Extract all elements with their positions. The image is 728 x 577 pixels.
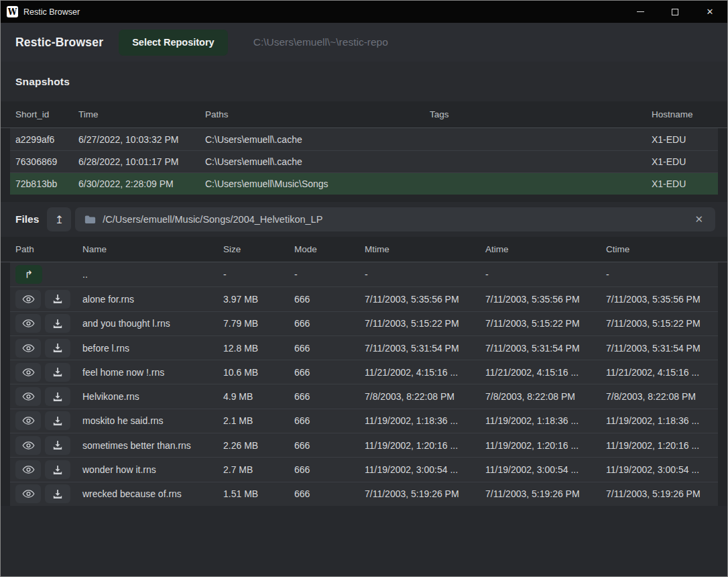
file-cell-ctime: 7/11/2003, 5:31:54 PM bbox=[601, 343, 718, 354]
column-header-path: Path bbox=[10, 244, 77, 254]
download-icon bbox=[52, 489, 63, 499]
minimize-button[interactable] bbox=[623, 1, 658, 23]
empty-area bbox=[1, 506, 727, 576]
view-file-button[interactable] bbox=[15, 314, 41, 333]
file-cell-size: 3.97 MB bbox=[218, 294, 289, 305]
file-row[interactable]: moskito he said.rns2.1 MB66611/19/2002, … bbox=[10, 409, 718, 433]
download-file-button[interactable] bbox=[45, 290, 70, 309]
parent-arrow-icon: ↱ bbox=[25, 268, 34, 280]
section-divider bbox=[1, 195, 727, 202]
file-cell-size: 2.26 MB bbox=[218, 440, 289, 451]
eye-icon bbox=[22, 416, 35, 425]
files-bar: Files ↥ /C/Users/emuell/Music/Songs/2004… bbox=[1, 202, 727, 237]
file-row[interactable]: alone for.rns3.97 MB6667/11/2003, 5:35:5… bbox=[10, 286, 718, 311]
files-header-row: PathNameSizeModeMtimeAtimeCtime bbox=[1, 237, 727, 262]
download-file-button[interactable] bbox=[45, 363, 70, 382]
file-cell-ctime: 7/11/2003, 5:35:56 PM bbox=[601, 294, 718, 305]
file-cell-mode: - bbox=[289, 269, 359, 280]
snapshots-header-row: Short_idTimePathsTagsHostname bbox=[1, 101, 727, 128]
snapshot-row[interactable]: 763068696/28/2022, 10:01:17 PMC:\Users\e… bbox=[10, 150, 718, 172]
download-icon bbox=[52, 465, 63, 475]
file-row-actions bbox=[10, 484, 77, 503]
file-row[interactable]: feel home now !.rns10.6 MB66611/21/2002,… bbox=[10, 360, 718, 384]
column-header-mode: Mode bbox=[289, 244, 359, 254]
file-row[interactable]: Helvikone.rns4.9 MB6667/8/2003, 8:22:08 … bbox=[10, 384, 718, 408]
snapshots-table: a2299af66/27/2022, 10:03:32 PMC:\Users\e… bbox=[1, 128, 727, 195]
file-cell-ctime: 11/19/2002, 1:18:36 ... bbox=[601, 415, 718, 426]
download-icon bbox=[52, 343, 63, 353]
select-repository-button[interactable]: Select Repository bbox=[119, 30, 228, 56]
download-file-button[interactable] bbox=[45, 387, 70, 406]
snapshots-section-title: Snapshots bbox=[15, 76, 70, 88]
download-icon bbox=[52, 367, 63, 377]
file-row[interactable]: before l.rns12.8 MB6667/11/2003, 5:31:54… bbox=[10, 335, 718, 360]
eye-icon bbox=[22, 319, 35, 328]
file-cell-name: feel home now !.rns bbox=[77, 367, 218, 378]
eye-icon bbox=[22, 368, 35, 377]
file-cell-mtime: 7/8/2003, 8:22:08 PM bbox=[359, 391, 480, 402]
current-path-bar[interactable]: /C/Users/emuell/Music/Songs/2004_Helveti… bbox=[75, 207, 715, 231]
column-header-name: Name bbox=[77, 244, 218, 254]
file-cell-mtime: 7/11/2003, 5:15:22 PM bbox=[359, 318, 480, 329]
file-row[interactable]: and you thought l.rns7.79 MB6667/11/2003… bbox=[10, 311, 718, 335]
snapshot-cell-paths: C:\Users\emuell\.cache bbox=[200, 134, 424, 145]
download-file-button[interactable] bbox=[45, 314, 70, 333]
download-file-button[interactable] bbox=[45, 436, 70, 455]
app-header: Restic-Browser Select Repository C:\User… bbox=[1, 23, 727, 62]
download-file-button[interactable] bbox=[45, 411, 70, 430]
file-cell-mtime: 11/19/2002, 3:00:54 ... bbox=[359, 464, 480, 475]
file-cell-name: and you thought l.rns bbox=[77, 318, 218, 329]
file-cell-atime: 7/8/2003, 8:22:08 PM bbox=[480, 391, 601, 402]
go-parent-directory-button[interactable]: ↱ bbox=[15, 265, 42, 284]
download-file-button[interactable] bbox=[45, 484, 70, 503]
snapshot-row[interactable]: a2299af66/27/2022, 10:03:32 PMC:\Users\e… bbox=[10, 128, 718, 150]
file-cell-atime: 11/19/2002, 3:00:54 ... bbox=[480, 464, 601, 475]
file-cell-mtime: 11/19/2002, 1:18:36 ... bbox=[359, 415, 480, 426]
file-cell-ctime: 11/19/2002, 1:20:16 ... bbox=[601, 440, 718, 451]
file-row-actions bbox=[10, 314, 77, 333]
close-button[interactable]: ✕ bbox=[692, 1, 727, 23]
view-file-button[interactable] bbox=[15, 436, 41, 455]
snapshot-cell-short_id: 72b813bb bbox=[10, 178, 73, 189]
up-directory-button[interactable]: ↥ bbox=[47, 207, 71, 231]
parent-directory-row: ↱..----- bbox=[10, 262, 718, 286]
column-header-size: Size bbox=[218, 244, 289, 254]
view-file-button[interactable] bbox=[15, 460, 41, 479]
column-header-paths: Paths bbox=[200, 109, 424, 119]
download-file-button[interactable] bbox=[45, 460, 70, 479]
up-arrow-icon: ↥ bbox=[55, 213, 64, 226]
column-header-short_id: Short_id bbox=[10, 109, 73, 119]
snapshot-cell-hostname: X1-EDU bbox=[646, 156, 718, 167]
view-file-button[interactable] bbox=[15, 387, 41, 406]
eye-icon bbox=[22, 295, 35, 304]
file-cell-name: alone for.rns bbox=[77, 294, 218, 305]
file-cell-ctime: 11/19/2002, 3:00:54 ... bbox=[601, 464, 718, 475]
snapshot-row[interactable]: 72b813bb6/30/2022, 2:28:09 PMC:\Users\em… bbox=[10, 172, 718, 195]
file-row[interactable]: wrecked because of.rns1.51 MB6667/11/200… bbox=[10, 482, 718, 506]
file-cell-mtime: 11/19/2002, 1:20:16 ... bbox=[359, 440, 480, 451]
snapshots-section-band: Snapshots bbox=[1, 62, 727, 101]
file-cell-mtime: - bbox=[359, 269, 480, 280]
repository-path-text: C:\Users\emuell\~\restic-repo bbox=[253, 36, 388, 48]
view-file-button[interactable] bbox=[15, 290, 41, 309]
app-window: W Restic Browser ✕ Restic-Browser Select… bbox=[0, 0, 728, 577]
file-cell-mode: 666 bbox=[289, 391, 359, 402]
file-cell-mode: 666 bbox=[289, 415, 359, 426]
view-file-button[interactable] bbox=[15, 484, 41, 503]
view-file-button[interactable] bbox=[15, 339, 41, 358]
clear-path-icon[interactable]: ✕ bbox=[692, 212, 706, 227]
view-file-button[interactable] bbox=[15, 363, 41, 382]
snapshot-cell-paths: C:\Users\emuell\.cache bbox=[200, 156, 424, 167]
download-file-button[interactable] bbox=[45, 339, 70, 358]
file-row[interactable]: sometimes better than.rns2.26 MB66611/19… bbox=[10, 433, 718, 457]
view-file-button[interactable] bbox=[15, 411, 41, 430]
eye-icon bbox=[22, 489, 35, 499]
file-row-actions bbox=[10, 460, 77, 479]
file-row[interactable]: wonder how it.rns2.7 MB66611/19/2002, 3:… bbox=[10, 457, 718, 481]
maximize-icon bbox=[672, 9, 678, 15]
maximize-button[interactable] bbox=[658, 1, 692, 23]
folder-icon bbox=[84, 215, 96, 224]
download-icon bbox=[52, 294, 63, 304]
eye-icon bbox=[22, 344, 35, 353]
file-cell-ctime: - bbox=[601, 269, 718, 280]
